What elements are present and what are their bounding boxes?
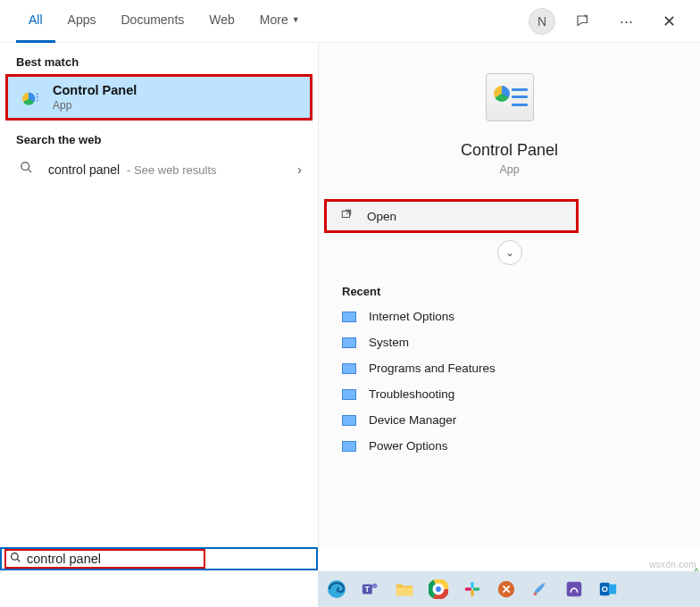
recent-item-label: Troubleshooting — [369, 387, 454, 401]
taskbar-outlook-icon[interactable]: O — [595, 576, 621, 603]
control-panel-icon — [19, 87, 40, 108]
taskbar-teams-icon[interactable]: T — [357, 576, 384, 603]
feedback-icon[interactable] — [568, 6, 598, 37]
taskbar: T O ^ — [318, 571, 700, 607]
open-label: Open — [367, 210, 396, 223]
svg-rect-23 — [609, 585, 616, 595]
svg-rect-17 — [465, 587, 472, 590]
search-icon — [16, 161, 36, 178]
user-avatar[interactable]: N — [529, 8, 555, 35]
recent-item-label: Power Options — [369, 439, 448, 453]
control-panel-item-icon — [342, 389, 356, 400]
tab-web[interactable]: Web — [196, 0, 247, 43]
svg-point-6 — [372, 584, 378, 589]
close-icon[interactable]: ✕ — [654, 6, 684, 37]
more-options-icon[interactable]: ⋯ — [611, 6, 641, 37]
chevron-down-icon: ▼ — [292, 15, 300, 24]
control-panel-item-icon — [342, 363, 356, 374]
svg-rect-7 — [396, 587, 412, 595]
control-panel-item-icon — [342, 441, 356, 452]
recent-item-label: Programs and Features — [369, 362, 496, 375]
detail-pane: Control Panel App Open ⌄ Recent Internet… — [318, 43, 700, 547]
chevron-right-icon: › — [297, 162, 302, 177]
search-filter-tabs: All Apps Documents Web More▼ N ⋯ ✕ — [0, 0, 700, 43]
web-suffix: - See web results — [127, 163, 216, 177]
web-query-text: control panel — [48, 162, 120, 177]
recent-item-label: Internet Options — [369, 310, 454, 323]
recent-item[interactable]: Troubleshooting — [319, 381, 700, 407]
taskbar-explorer-icon[interactable] — [391, 576, 418, 603]
control-panel-item-icon — [342, 337, 356, 348]
svg-rect-15 — [473, 587, 480, 590]
tab-apps[interactable]: Apps — [55, 0, 109, 43]
recent-item[interactable]: Internet Options — [319, 304, 700, 329]
taskbar-paint-icon[interactable] — [527, 576, 554, 603]
results-pane: Best match Control Panel App Search the … — [0, 43, 318, 547]
result-title: Control Panel — [53, 83, 137, 97]
svg-point-0 — [21, 162, 29, 170]
open-icon — [340, 208, 356, 224]
taskbar-brush-icon[interactable] — [561, 576, 588, 603]
search-web-header: Search the web — [0, 121, 318, 152]
svg-point-2 — [12, 553, 19, 561]
taskbar-slack-icon[interactable] — [459, 576, 486, 603]
search-icon — [10, 552, 21, 566]
taskbar-chrome-icon[interactable] — [425, 576, 452, 603]
taskbar-edge-icon[interactable] — [323, 576, 350, 603]
svg-text:O: O — [602, 585, 608, 594]
svg-point-19 — [534, 593, 538, 596]
control-panel-item-icon — [342, 415, 356, 426]
control-panel-item-icon — [342, 312, 356, 322]
result-subtitle: App — [53, 99, 137, 112]
web-search-result[interactable]: control panel - See web results › — [0, 152, 318, 187]
expand-toggle[interactable]: ⌄ — [497, 240, 522, 265]
search-bar — [0, 547, 318, 570]
recent-item-label: Device Manager — [369, 413, 456, 427]
recent-item[interactable]: Device Manager — [319, 407, 700, 433]
control-panel-icon — [486, 73, 534, 121]
best-match-header: Best match — [0, 43, 318, 74]
recent-item-label: System — [369, 336, 409, 349]
open-action[interactable]: Open — [324, 199, 579, 233]
detail-subtitle: App — [499, 163, 519, 176]
recent-item[interactable]: System — [319, 329, 700, 355]
tab-all[interactable]: All — [16, 0, 55, 43]
svg-rect-14 — [471, 582, 473, 589]
recent-item[interactable]: Power Options — [319, 433, 700, 459]
taskbar-app-icon[interactable] — [493, 576, 520, 603]
detail-title: Control Panel — [461, 141, 558, 160]
svg-rect-20 — [567, 582, 582, 597]
tab-more[interactable]: More▼ — [247, 0, 312, 43]
watermark: wsxdn.com — [649, 560, 696, 570]
taskbar-chevron-up-icon[interactable]: ^ — [695, 567, 698, 576]
search-input[interactable] — [27, 552, 179, 566]
tab-documents[interactable]: Documents — [108, 0, 196, 43]
best-match-result[interactable]: Control Panel App — [5, 74, 312, 121]
svg-rect-16 — [471, 590, 473, 597]
recent-item[interactable]: Programs and Features — [319, 355, 700, 381]
recent-header: Recent — [319, 272, 700, 304]
svg-text:T: T — [365, 586, 370, 594]
